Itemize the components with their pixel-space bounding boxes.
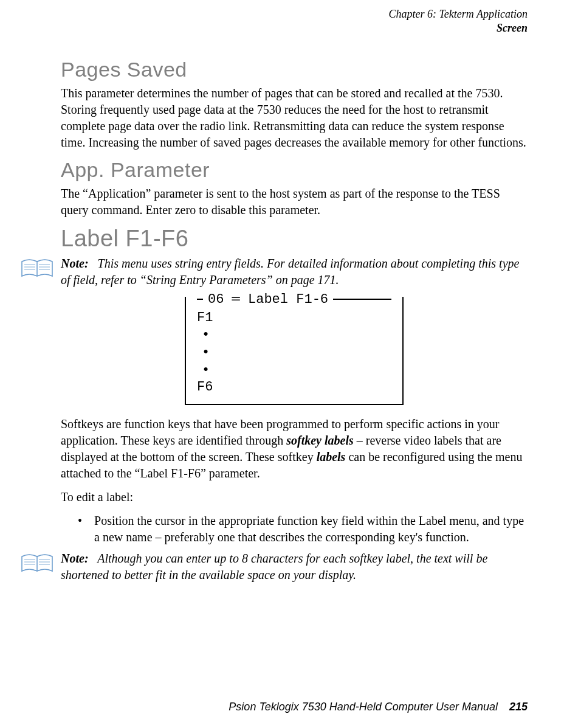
page-header: Chapter 6: Tekterm Application Screen (0, 0, 564, 41)
note-block-1: Note: This menu uses string entry fields… (21, 255, 528, 288)
softkey-term1: softkey labels (286, 434, 354, 447)
body-softkeys: Softkeys are function keys that have bee… (61, 416, 528, 482)
body-pages-saved: This parameter determines the number of … (61, 85, 528, 151)
diagram-box: 06 ═ Label F1-6 F1 • • • F6 (185, 297, 404, 405)
header-chapter: Chapter 6: Tekterm Application (0, 7, 528, 21)
footer-page-number: 215 (509, 701, 528, 713)
diagram-line-dot3: • (197, 362, 391, 380)
footer-text: Psion Teklogix 7530 Hand-Held Computer U… (229, 701, 498, 713)
diagram-legend-prefix: 06 (208, 292, 224, 307)
diagram-container: 06 ═ Label F1-6 F1 • • • F6 (61, 297, 528, 405)
list-item: • Position the cursor in the appropriate… (78, 513, 528, 546)
note-body-2: Although you can enter up to 8 character… (61, 552, 487, 581)
bullet-marker: • (78, 513, 82, 546)
diagram-line-dot1: • (197, 327, 391, 344)
diagram-legend-title: Label F1-6 (248, 292, 328, 307)
bullet-list: • Position the cursor in the appropriate… (61, 513, 528, 546)
note-label-1: Note: (61, 257, 89, 270)
body-app-parameter: The “Application” parameter is sent to t… (61, 185, 528, 218)
diagram-line-f1: F1 (197, 310, 391, 327)
body-to-edit: To edit a label: (61, 489, 528, 505)
page-footer: Psion Teklogix 7530 Hand-Held Computer U… (229, 701, 528, 713)
book-icon (21, 552, 53, 575)
note-text-2: Note: Although you can enter up to 8 cha… (61, 550, 528, 583)
softkey-term2: labels (317, 450, 346, 463)
bullet-text-1: Position the cursor in the appropriate f… (94, 513, 528, 546)
note-body-1: This menu uses string entry fields. For … (61, 257, 519, 286)
note-block-2: Note: Although you can enter up to 8 cha… (21, 550, 528, 583)
header-screen: Screen (0, 21, 528, 35)
page-content: Pages Saved This parameter determines th… (0, 41, 564, 583)
diagram-line-dot2: • (197, 344, 391, 362)
heading-label-f1f6: Label F1-F6 (61, 226, 528, 252)
heading-pages-saved: Pages Saved (61, 58, 528, 81)
diagram-legend: 06 ═ Label F1-6 (197, 292, 391, 307)
book-icon (21, 257, 53, 280)
note-text-1: Note: This menu uses string entry fields… (61, 255, 528, 288)
note-label-2: Note: (61, 552, 89, 565)
diagram-line-f6: F6 (197, 379, 391, 397)
heading-app-parameter: App. Parameter (61, 158, 528, 182)
